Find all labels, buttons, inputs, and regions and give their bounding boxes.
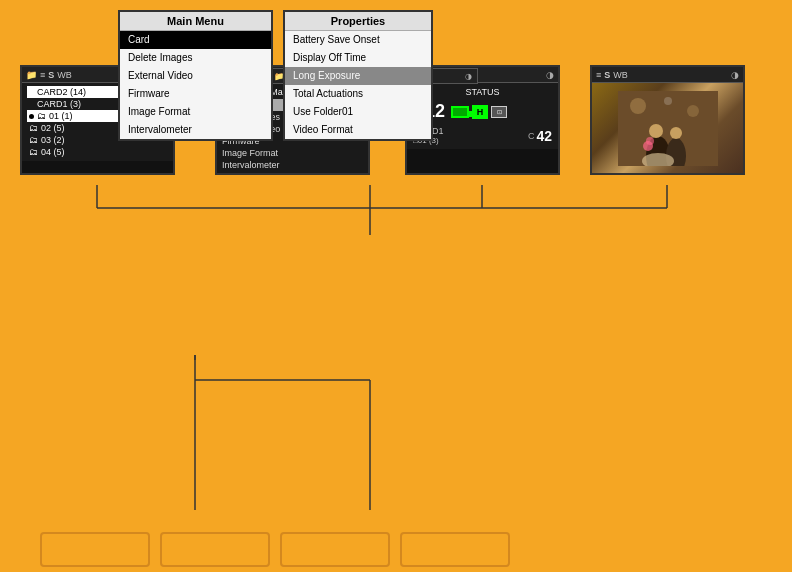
h-quality-icon: H xyxy=(472,105,488,119)
main-menu-item-delete[interactable]: Delete Images xyxy=(120,49,271,67)
photo-image xyxy=(592,83,743,173)
s-icon-p4: S xyxy=(604,70,610,80)
actuations-label: C xyxy=(528,131,535,141)
properties-item-batterysave[interactable]: Battery Save Onset xyxy=(285,31,431,49)
brightness-p3: ◑ xyxy=(546,70,554,80)
properties-menu-title: Properties xyxy=(285,12,431,31)
main-menu-item-extvideo[interactable]: External Video xyxy=(120,67,271,85)
main-menu-item-firmware[interactable]: Firmware xyxy=(120,85,271,103)
wb-icon-p1: WB xyxy=(57,70,72,80)
list-icon-p1: ≡ xyxy=(40,70,45,80)
panel2-item-intervalometer: Intervalometer xyxy=(220,159,365,171)
panel2-item-imageformat: Image Format xyxy=(220,147,365,159)
status-icons: H ⊡ xyxy=(451,105,507,119)
top-brightness-icon: ◑ xyxy=(465,72,472,81)
bullet-01 xyxy=(29,114,34,119)
panel1-item-04: 🗂 04 (5) xyxy=(27,146,168,158)
brightness-p4: ◑ xyxy=(731,70,739,80)
wb-icon-p4: WB xyxy=(613,70,628,80)
bottom-btn-4[interactable] xyxy=(400,532,510,567)
main-menu-box: Main Menu Card Delete Images External Vi… xyxy=(118,10,273,141)
svg-point-20 xyxy=(670,127,682,139)
svg-point-18 xyxy=(649,124,663,138)
actuations-value: 42 xyxy=(536,128,552,144)
main-menu-item-intervalometer[interactable]: Intervalometer xyxy=(120,121,271,139)
bullet-card2 xyxy=(29,90,34,95)
main-menu-item-card[interactable]: Card xyxy=(120,31,271,49)
main-menu-item-imageformat[interactable]: Image Format xyxy=(120,103,271,121)
photo-svg xyxy=(618,91,718,166)
card-slot-icon: ⊡ xyxy=(491,106,507,118)
bottom-button-bar xyxy=(15,532,777,567)
main-menu-title: Main Menu xyxy=(120,12,271,31)
bottom-btn-3[interactable] xyxy=(280,532,390,567)
status-bottom-row: CARD1 □01 (3) C 42 xyxy=(413,126,552,145)
properties-item-usefolder[interactable]: Use Folder01 xyxy=(285,103,431,121)
panel4-photo xyxy=(592,83,743,173)
bottom-btn-1[interactable] xyxy=(40,532,150,567)
svg-point-14 xyxy=(630,98,646,114)
panel4-header: ≡ S WB ◑ xyxy=(592,67,743,83)
status-iso-row: A 12 H ⊡ xyxy=(413,101,552,122)
properties-menu-box: Properties Battery Save Onset Display Of… xyxy=(283,10,433,141)
battery-icon xyxy=(451,106,469,118)
svg-point-15 xyxy=(687,105,699,117)
svg-point-23 xyxy=(646,137,654,145)
properties-item-videoformat[interactable]: Video Format xyxy=(285,121,431,139)
properties-item-displayoff[interactable]: Display Off Time xyxy=(285,49,431,67)
folder-icon-p1: 📁 xyxy=(26,70,37,80)
actuations-info: C 42 xyxy=(528,126,552,145)
s-icon-p1: S xyxy=(48,70,54,80)
camera-panel-4: ≡ S WB ◑ xyxy=(590,65,745,175)
bottom-btn-2[interactable] xyxy=(160,532,270,567)
svg-point-16 xyxy=(664,97,672,105)
properties-item-totalactuations[interactable]: Total Actuations xyxy=(285,85,431,103)
properties-item-longexposure[interactable]: Long Exposure xyxy=(285,67,431,85)
list-icon-p4: ≡ xyxy=(596,70,601,80)
status-title: STATUS xyxy=(413,87,552,97)
